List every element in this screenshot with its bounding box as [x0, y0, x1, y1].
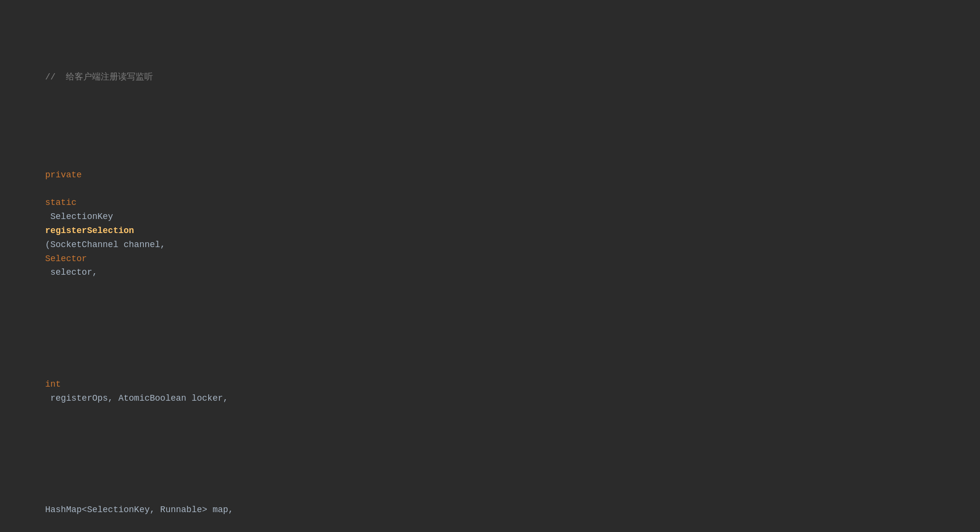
indent-sig-2	[45, 365, 359, 375]
keyword-selector: Selector	[45, 254, 87, 264]
code-line-comment-1: // 给客户端注册读写监听	[24, 56, 956, 98]
space	[45, 184, 50, 194]
method-register-selection: registerSelection	[45, 226, 134, 235]
code-line-method-sig-1: private static SelectionKey registerSele…	[24, 154, 956, 294]
code-line-method-sig-2: int registerOps, AtomicBoolean locker,	[24, 349, 956, 419]
register-ops: registerOps, AtomicBoolean locker,	[45, 393, 228, 403]
keyword-static: static	[45, 198, 77, 207]
indent-sig-3	[45, 491, 359, 501]
type-selection-key: SelectionKey	[45, 212, 118, 221]
code-editor: // 给客户端注册读写监听 private static SelectionKe…	[24, 15, 956, 532]
comment-text: // 给客户端注册读写监听	[45, 72, 153, 82]
keyword-int: int	[45, 379, 61, 389]
selector-param: selector,	[45, 267, 97, 277]
keyword-private: private	[45, 170, 82, 180]
code-line-method-sig-3: HashMap<SelectionKey, Runnable> map,	[24, 475, 956, 531]
hashmap-param: HashMap<SelectionKey, Runnable> map,	[45, 505, 233, 515]
params-start: (SocketChannel channel,	[45, 240, 170, 250]
